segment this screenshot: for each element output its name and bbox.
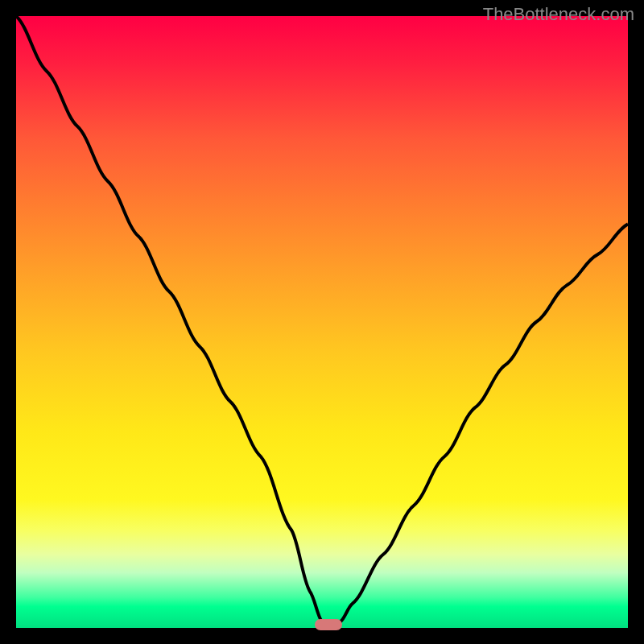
optimal-point-marker [315,619,342,630]
curve-svg [16,16,628,628]
watermark-text: TheBottleneck.com [483,4,634,25]
bottleneck-curve-path [16,16,628,628]
chart-container [16,16,628,628]
